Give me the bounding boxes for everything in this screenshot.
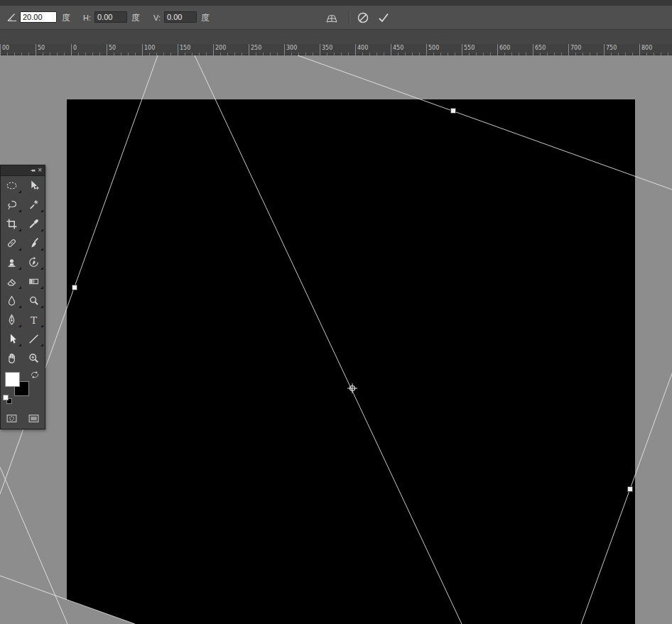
ruler-label: 800: [641, 45, 652, 51]
document-scene[interactable]: [0, 55, 672, 624]
pen-tool[interactable]: [1, 310, 23, 329]
transform-handle[interactable]: [451, 109, 456, 114]
lasso-tool[interactable]: [1, 195, 23, 214]
magic-wand-icon: [28, 199, 40, 211]
ruler-label: 550: [464, 45, 475, 51]
eraser-icon: [6, 275, 18, 288]
ruler-tick-major: [355, 44, 356, 55]
ruler-tick-major: [142, 44, 143, 55]
hand-icon: [6, 352, 18, 364]
ruler-label: 300: [286, 45, 297, 51]
default-colors-icon[interactable]: [3, 395, 13, 405]
brush-tool[interactable]: [23, 234, 45, 253]
move-icon: [28, 180, 40, 192]
elliptical-marquee-tool[interactable]: [1, 176, 23, 195]
foreground-color-swatch[interactable]: [5, 372, 20, 387]
cancel-transform-button[interactable]: [354, 9, 372, 26]
h-skew-label: H:: [83, 12, 91, 23]
screen-mode-button[interactable]: [23, 407, 45, 429]
transform-handle[interactable]: [628, 487, 633, 492]
cancel-icon: [357, 11, 369, 24]
ruler-label: 450: [393, 45, 403, 51]
crop-tool[interactable]: [1, 214, 23, 234]
angle-unit-label: 度: [62, 12, 70, 23]
swap-colors-icon[interactable]: [30, 370, 40, 380]
v-skew-unit-label: 度: [201, 12, 210, 23]
transform-box-edge[interactable]: [0, 467, 67, 624]
rotation-angle-input[interactable]: [20, 11, 57, 23]
v-skew-label: V:: [153, 12, 161, 23]
clone-stamp-icon: [6, 256, 18, 268]
ruler-tick-major: [462, 44, 462, 55]
quick-mask-button[interactable]: [1, 407, 23, 429]
ruler-tick-major: [533, 44, 533, 55]
path-select-tool[interactable]: [1, 329, 23, 349]
transform-handle[interactable]: [72, 285, 77, 290]
eyedropper-tool[interactable]: [23, 214, 45, 234]
line-tool[interactable]: [23, 329, 45, 349]
ruler-label: 650: [535, 45, 546, 51]
document-image[interactable]: [67, 99, 635, 624]
quick-mask-icon: [6, 412, 18, 425]
ruler-label: 600: [499, 45, 510, 51]
elliptical-marquee-icon: [6, 180, 18, 192]
eraser-tool[interactable]: [1, 272, 23, 291]
screen-mode-icon: [28, 412, 40, 425]
magic-wand-tool[interactable]: [23, 195, 45, 214]
zoom-icon: [28, 352, 40, 364]
horizontal-ruler[interactable]: 0050050100150200250300350400450500550600…: [0, 30, 672, 55]
ruler-band[interactable]: 0050050100150200250300350400450500550600…: [0, 44, 672, 55]
ruler-label: 350: [322, 45, 332, 51]
dodge-icon: [28, 295, 40, 307]
line-icon: [28, 333, 40, 345]
ruler-label: 50: [109, 45, 116, 51]
options-separator: [349, 11, 350, 25]
commit-check-icon: [377, 11, 390, 24]
dodge-tool[interactable]: [23, 291, 45, 310]
hand-tool[interactable]: [1, 349, 23, 368]
lasso-icon: [6, 199, 18, 211]
v-skew-input[interactable]: [164, 11, 197, 23]
spot-healing-tool[interactable]: [1, 234, 23, 253]
gradient-tool[interactable]: [23, 272, 45, 291]
move-tool[interactable]: [23, 176, 45, 195]
collapse-panel-button[interactable]: ◂◂: [31, 167, 34, 174]
h-skew-unit-label: 度: [131, 12, 140, 23]
ruler-label: 750: [606, 45, 617, 51]
ruler-tick-major: [107, 44, 107, 55]
ruler-tick-major: [71, 44, 72, 55]
palette-header: ◂◂ ×: [1, 165, 45, 176]
close-panel-button[interactable]: ×: [38, 167, 42, 174]
spot-healing-icon: [6, 237, 18, 249]
ruler-label: 200: [215, 45, 226, 51]
type-icon: T: [28, 314, 40, 326]
ruler-label: 700: [570, 45, 581, 51]
clone-stamp-tool[interactable]: [1, 253, 23, 272]
titlebar-strip: [0, 0, 672, 6]
h-skew-input[interactable]: [94, 11, 127, 23]
ruler-tick-major: [604, 44, 605, 55]
canvas-area[interactable]: [0, 55, 672, 624]
ruler-label: 500: [428, 45, 439, 51]
ruler-tick-major: [497, 44, 498, 55]
transform-options-bar: 度 H: 度 V: 度: [0, 6, 672, 30]
smudge-tool[interactable]: [1, 291, 23, 310]
ruler-tick-major: [568, 44, 569, 55]
history-brush-tool[interactable]: [23, 253, 45, 272]
smudge-icon: [6, 295, 18, 307]
svg-text:T: T: [31, 314, 38, 326]
history-brush-icon: [28, 256, 40, 268]
zoom-tool[interactable]: [23, 349, 45, 368]
ruler-tick-major: [639, 44, 640, 55]
commit-transform-button[interactable]: [375, 9, 392, 26]
eyedropper-icon: [28, 218, 40, 230]
color-swatch-area: [1, 368, 45, 407]
type-tool[interactable]: T: [23, 310, 45, 329]
ruler-label: 400: [357, 45, 368, 51]
crop-icon: [6, 218, 18, 230]
warp-mode-button[interactable]: [323, 9, 340, 26]
warp-mode-icon: [325, 11, 339, 24]
tool-palette: ◂◂ × T: [0, 165, 45, 429]
ruler-tick-major: [284, 44, 285, 55]
ruler-tick-major: [320, 44, 320, 55]
